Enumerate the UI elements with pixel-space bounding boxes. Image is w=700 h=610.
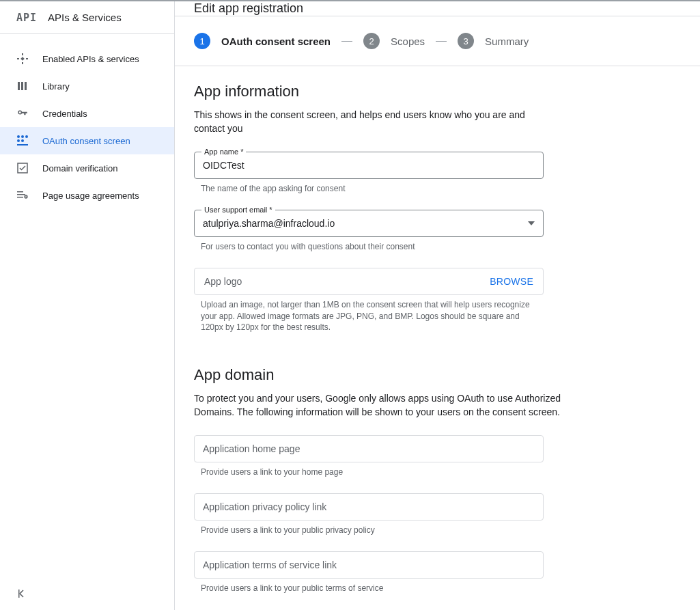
step-oauth-consent[interactable]: 1 OAuth consent screen xyxy=(194,33,331,49)
svg-point-10 xyxy=(25,135,28,138)
app-information-heading: App information xyxy=(194,83,681,100)
app-name-field[interactable]: App name * xyxy=(194,152,544,179)
support-email-field[interactable]: User support email * atulpriya.sharma@in… xyxy=(194,210,544,237)
step-connector xyxy=(436,41,447,42)
privacy-policy-helper: Provide users a link to your public priv… xyxy=(201,525,542,536)
sidebar-item-library[interactable]: Library xyxy=(0,72,174,100)
step-number: 2 xyxy=(363,33,380,49)
sidebar-item-label: Library xyxy=(42,81,70,92)
support-email-helper: For users to contact you with questions … xyxy=(201,241,542,253)
svg-point-8 xyxy=(17,135,20,138)
svg-rect-13 xyxy=(17,144,28,145)
sidebar-title: APIs & Services xyxy=(48,12,122,23)
home-page-helper: Provide users a link to your home page xyxy=(201,467,542,478)
page-title: Edit app registration xyxy=(175,1,700,16)
home-page-input[interactable] xyxy=(203,443,535,454)
step-label: Scopes xyxy=(391,36,425,47)
consent-screen-icon xyxy=(16,135,29,147)
sidebar-item-label: Enabled APIs & services xyxy=(42,54,139,64)
api-badge-icon: API xyxy=(16,12,37,24)
sidebar-item-credentials[interactable]: Credentials xyxy=(0,100,174,127)
svg-rect-17 xyxy=(17,197,23,198)
support-email-label: User support email * xyxy=(201,206,275,214)
chevron-left-bar-icon xyxy=(16,588,27,599)
main: Edit app registration 1 OAuth consent sc… xyxy=(175,1,700,610)
privacy-policy-field[interactable] xyxy=(194,493,544,521)
terms-of-service-field[interactable] xyxy=(194,551,544,579)
key-icon xyxy=(16,107,29,120)
app-name-input[interactable] xyxy=(203,160,535,171)
sidebar-item-enabled-apis[interactable]: Enabled APIs & services xyxy=(0,45,174,72)
app-domain-heading: App domain xyxy=(194,366,681,384)
svg-point-11 xyxy=(17,139,20,142)
svg-rect-15 xyxy=(17,191,23,193)
stepper: 1 OAuth consent screen 2 Scopes 3 Summar… xyxy=(175,16,700,66)
sidebar-item-page-usage-agreements[interactable]: Page usage agreements xyxy=(0,182,174,209)
terms-of-service-input[interactable] xyxy=(203,559,535,570)
dropdown-arrow-icon xyxy=(528,221,535,225)
svg-rect-5 xyxy=(18,82,20,90)
svg-rect-6 xyxy=(21,82,23,90)
step-summary[interactable]: 3 Summary xyxy=(458,33,529,49)
app-information-desc: This shows in the consent screen, and he… xyxy=(194,109,549,135)
svg-rect-3 xyxy=(26,58,28,59)
sidebar-item-label: OAuth consent screen xyxy=(42,136,130,146)
agreements-icon xyxy=(16,189,29,202)
sidebar: API APIs & Services Enabled APIs & servi… xyxy=(0,1,175,610)
app-name-label: App name * xyxy=(201,148,246,156)
sidebar-item-oauth-consent[interactable]: OAuth consent screen xyxy=(0,127,174,154)
step-connector xyxy=(341,41,352,42)
step-number: 3 xyxy=(458,33,474,49)
step-number: 1 xyxy=(194,33,210,49)
library-icon xyxy=(16,80,29,92)
app-domain-desc: To protect you and your users, Google on… xyxy=(194,392,563,419)
diamond-icon xyxy=(16,53,29,65)
svg-rect-2 xyxy=(17,58,19,59)
sidebar-item-domain-verification[interactable]: Domain verification xyxy=(0,154,174,182)
svg-rect-16 xyxy=(17,194,25,195)
svg-rect-19 xyxy=(18,590,20,598)
app-logo-placeholder: App logo xyxy=(204,276,242,287)
sidebar-nav: Enabled APIs & services Library Credenti… xyxy=(0,34,174,610)
home-page-field[interactable] xyxy=(194,435,544,462)
svg-point-9 xyxy=(21,135,24,138)
step-label: Summary xyxy=(485,36,529,47)
sidebar-item-label: Domain verification xyxy=(42,163,118,174)
app-name-helper: The name of the app asking for consent xyxy=(201,183,542,195)
svg-point-12 xyxy=(21,139,24,142)
step-label: OAuth consent screen xyxy=(221,36,331,47)
svg-rect-1 xyxy=(22,62,23,64)
step-scopes[interactable]: 2 Scopes xyxy=(363,33,425,49)
svg-rect-7 xyxy=(25,82,27,90)
sidebar-item-label: Credentials xyxy=(42,109,87,119)
browse-button[interactable]: BROWSE xyxy=(490,276,533,287)
privacy-policy-input[interactable] xyxy=(203,501,535,512)
terms-of-service-helper: Provide users a link to your public term… xyxy=(201,583,542,594)
sidebar-header: API APIs & Services xyxy=(0,1,174,34)
support-email-value: atulpriya.sharma@infracloud.io xyxy=(203,218,528,229)
check-box-icon xyxy=(16,162,29,174)
svg-rect-0 xyxy=(22,53,23,55)
app-logo-field[interactable]: App logo BROWSE xyxy=(194,268,544,295)
app-logo-helper: Upload an image, not larger than 1MB on … xyxy=(201,299,542,333)
content: App information This shows in the consen… xyxy=(175,66,700,610)
sidebar-item-label: Page usage agreements xyxy=(42,191,139,201)
svg-rect-4 xyxy=(20,57,25,61)
collapse-sidebar-button[interactable] xyxy=(16,588,27,599)
